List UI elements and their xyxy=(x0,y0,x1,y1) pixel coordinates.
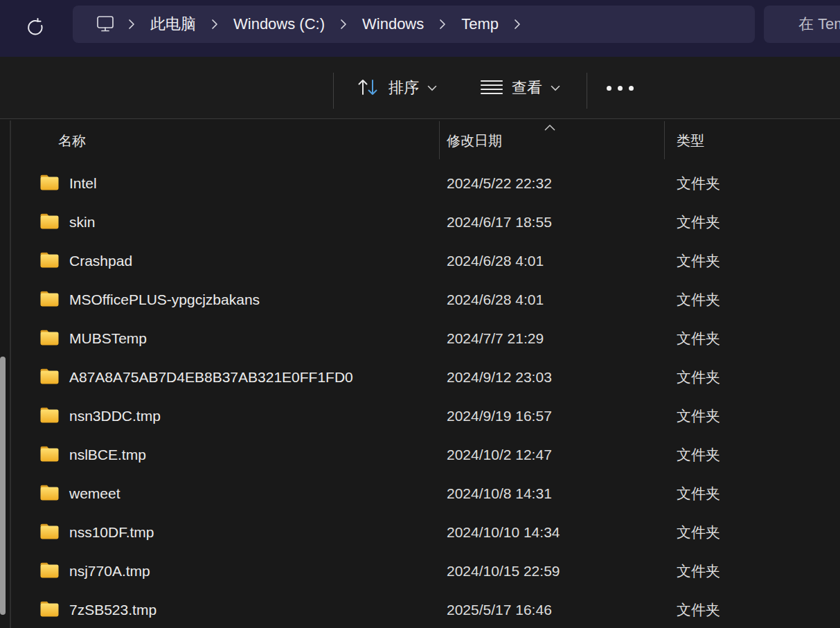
column-header-date[interactable]: 修改日期 xyxy=(447,119,502,162)
folder-icon xyxy=(39,600,60,620)
breadcrumb-item[interactable]: Windows (C:) xyxy=(228,12,330,36)
file-name: skin xyxy=(69,214,95,231)
view-lines-icon xyxy=(480,77,503,100)
folder-icon xyxy=(39,562,60,582)
file-date-modified: 2024/10/2 12:47 xyxy=(447,447,677,463)
file-date-modified: 2024/7/7 21:29 xyxy=(447,330,677,347)
folder-icon xyxy=(39,174,60,194)
file-name: Intel xyxy=(69,175,97,192)
sort-ascending-caret-icon xyxy=(544,122,556,134)
search-box[interactable]: 在 Tem xyxy=(764,6,840,43)
file-type: 文件夹 xyxy=(677,600,840,620)
command-toolbar: 排序 查看 xyxy=(0,57,840,119)
sort-label: 排序 xyxy=(388,78,419,98)
toolbar-divider xyxy=(587,73,587,109)
toolbar-divider xyxy=(333,73,334,109)
file-name: A87A8A75AB7D4EB8B37AB321E0FF1FD0 xyxy=(69,369,353,386)
view-label: 查看 xyxy=(512,78,542,98)
column-resize-handle[interactable] xyxy=(439,121,440,159)
file-type: 文件夹 xyxy=(677,368,840,387)
folder-icon xyxy=(39,368,60,388)
file-date-modified: 2024/10/10 14:34 xyxy=(447,524,677,541)
file-date-modified: 2024/9/12 23:03 xyxy=(447,369,677,386)
more-options-button[interactable] xyxy=(602,57,637,119)
file-type: 文件夹 xyxy=(677,484,840,503)
breadcrumb: 此电脑Windows (C:)WindowsTemp xyxy=(73,6,755,43)
chevron-right-icon[interactable] xyxy=(330,19,357,30)
file-row[interactable]: MUBSTemp 2024/7/7 21:29 文件夹 xyxy=(0,319,840,358)
file-list: Intel 2024/5/22 22:32 文件夹 skin 2024/6/17… xyxy=(0,164,840,628)
column-headers: 名称 修改日期 类型 xyxy=(0,119,840,162)
file-type: 文件夹 xyxy=(677,406,840,426)
monitor-icon xyxy=(95,14,116,35)
file-name: wemeet xyxy=(69,485,120,502)
chevron-right-icon[interactable] xyxy=(202,19,228,30)
file-row[interactable]: A87A8A75AB7D4EB8B37AB321E0FF1FD0 2024/9/… xyxy=(0,358,840,397)
chevron-right-icon[interactable] xyxy=(429,19,456,30)
file-date-modified: 2024/6/28 4:01 xyxy=(447,253,677,269)
column-header-name[interactable]: 名称 xyxy=(58,119,86,162)
folder-icon xyxy=(39,406,60,427)
file-date-modified: 2024/5/22 22:32 xyxy=(447,175,677,192)
chevron-right-icon[interactable] xyxy=(118,19,145,30)
file-list-pane: 名称 修改日期 类型 xyxy=(0,119,840,628)
file-type: 文件夹 xyxy=(677,523,840,542)
folder-icon xyxy=(39,329,60,349)
file-type: 文件夹 xyxy=(677,562,840,581)
breadcrumb-item[interactable]: Temp xyxy=(456,12,504,36)
file-row[interactable]: nsj770A.tmp 2024/10/15 22:59 文件夹 xyxy=(0,552,840,591)
folder-icon xyxy=(39,445,60,465)
file-date-modified: 2024/9/19 16:57 xyxy=(447,408,677,424)
chevron-down-icon xyxy=(427,83,437,93)
file-row[interactable]: 7zSB523.tmp 2025/5/17 16:46 文件夹 xyxy=(0,591,840,628)
file-row[interactable]: Crashpad 2024/6/28 4:01 文件夹 xyxy=(0,242,840,280)
refresh-button[interactable] xyxy=(19,12,51,44)
file-type: 文件夹 xyxy=(677,290,840,309)
chevron-down-icon xyxy=(551,83,560,93)
refresh-icon xyxy=(26,17,45,39)
search-placeholder: 在 Tem xyxy=(764,14,840,35)
file-row[interactable]: Intel 2024/5/22 22:32 文件夹 xyxy=(0,164,840,203)
sort-dropdown[interactable]: 排序 xyxy=(348,57,444,119)
sort-arrows-icon xyxy=(355,75,380,101)
file-name: MSOfficePLUS-ypgcjzbakans xyxy=(69,291,260,308)
file-type: 文件夹 xyxy=(677,174,840,193)
file-date-modified: 2024/6/28 4:01 xyxy=(447,291,677,308)
file-date-modified: 2025/5/17 16:46 xyxy=(447,602,677,618)
file-name: nsn3DDC.tmp xyxy=(69,408,161,424)
file-type: 文件夹 xyxy=(677,445,840,465)
file-row[interactable]: skin 2024/6/17 18:55 文件夹 xyxy=(0,203,840,242)
breadcrumb-item[interactable]: Windows xyxy=(357,12,429,36)
folder-icon xyxy=(39,290,60,310)
view-dropdown[interactable]: 查看 xyxy=(473,57,567,119)
file-type: 文件夹 xyxy=(677,251,840,271)
breadcrumb-item[interactable]: 此电脑 xyxy=(145,11,202,37)
file-name: Crashpad xyxy=(69,253,132,269)
file-name: nsj770A.tmp xyxy=(69,563,150,580)
chevron-right-icon[interactable] xyxy=(504,19,530,30)
address-bar: 此电脑Windows (C:)WindowsTemp 在 Tem xyxy=(0,0,840,57)
file-row[interactable]: nsn3DDC.tmp 2024/9/19 16:57 文件夹 xyxy=(0,397,840,436)
folder-icon xyxy=(39,213,60,233)
file-name: nss10DF.tmp xyxy=(69,524,154,541)
file-date-modified: 2024/10/8 14:31 xyxy=(447,485,677,502)
file-row[interactable]: MSOfficePLUS-ypgcjzbakans 2024/6/28 4:01… xyxy=(0,280,840,319)
more-dots-icon xyxy=(607,86,611,91)
file-name: nslBCE.tmp xyxy=(69,447,146,463)
file-row[interactable]: nss10DF.tmp 2024/10/10 14:34 文件夹 xyxy=(0,513,840,552)
file-date-modified: 2024/6/17 18:55 xyxy=(447,214,677,231)
file-type: 文件夹 xyxy=(677,213,840,232)
column-resize-handle[interactable] xyxy=(664,121,665,159)
file-name: MUBSTemp xyxy=(69,330,147,347)
file-name: 7zSB523.tmp xyxy=(69,602,157,618)
file-date-modified: 2024/10/15 22:59 xyxy=(447,563,677,580)
folder-icon xyxy=(39,251,60,271)
file-row[interactable]: wemeet 2024/10/8 14:31 文件夹 xyxy=(0,474,840,513)
file-explorer-window: 此电脑Windows (C:)WindowsTemp 在 Tem xyxy=(0,0,840,628)
location-button[interactable] xyxy=(92,14,118,35)
folder-icon xyxy=(39,523,60,543)
folder-icon xyxy=(39,484,60,504)
file-type: 文件夹 xyxy=(677,329,840,348)
file-row[interactable]: nslBCE.tmp 2024/10/2 12:47 文件夹 xyxy=(0,436,840,474)
column-header-type[interactable]: 类型 xyxy=(677,119,704,162)
